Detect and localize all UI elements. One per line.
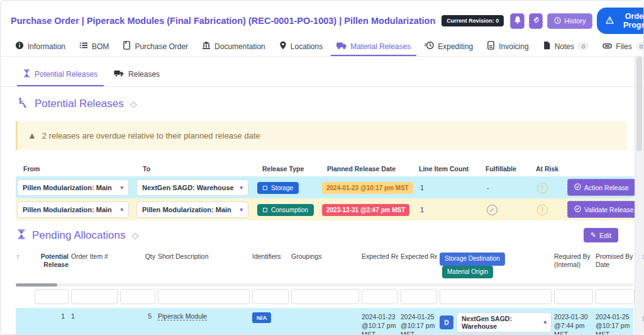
history-clock-icon bbox=[554, 17, 561, 25]
top-bar: Purchase Order | Piperack Modules (Final… bbox=[1, 1, 643, 38]
tab-files[interactable]: Files 0 bbox=[597, 38, 644, 56]
from-value: Pillen Modularization: Main bbox=[23, 206, 112, 213]
col-short-description[interactable]: Short Description bbox=[158, 253, 250, 261]
tab-purchase-order[interactable]: Purchase Order bbox=[117, 38, 194, 56]
warning-text: 2 releases are overdue relative to their… bbox=[42, 131, 260, 140]
order-item-value: 1 bbox=[71, 312, 118, 320]
main-tab-bar: Information BOM Purchase Order Documenta… bbox=[1, 38, 643, 57]
potential-release-row-2: Pillen Modularization: Main ▾ Pillen Mod… bbox=[16, 198, 633, 220]
short-description-link[interactable]: Piperack Module bbox=[158, 312, 207, 321]
tab-invoicing[interactable]: Invoicing bbox=[481, 38, 534, 56]
notifications-button[interactable] bbox=[510, 13, 524, 29]
hourglass-icon bbox=[23, 69, 30, 79]
filter-short-description[interactable] bbox=[158, 289, 250, 304]
tab-label: Information bbox=[28, 42, 65, 51]
current-revision-badge: Current Revision: 0 bbox=[441, 15, 504, 26]
from-value: Pillen Modularization: Main bbox=[23, 184, 112, 191]
diamond-help-icon[interactable]: ◇ bbox=[131, 230, 138, 241]
at-risk-icon: ! bbox=[537, 205, 548, 215]
chevron-down-icon: ▾ bbox=[240, 185, 243, 191]
storage-destination-header-badge: Storage Destination bbox=[440, 253, 505, 266]
pending-allocations-table: ↑ Potential Release Order Item # Qty Sho… bbox=[1, 247, 643, 335]
page-vertical-scrollbar[interactable] bbox=[635, 55, 643, 334]
from-select[interactable]: Pillen Modularization: Main ▾ bbox=[17, 179, 129, 196]
filter-expected-rel[interactable] bbox=[362, 289, 398, 304]
filter-potential-release[interactable] bbox=[35, 289, 69, 304]
col-identifiers[interactable]: Identifiers bbox=[252, 253, 289, 261]
planned-release-date-badge: 2024-01-23 @10:17 pm MST bbox=[322, 182, 413, 194]
history-button[interactable]: History bbox=[547, 13, 592, 29]
col-promised-by[interactable]: Promised By Date bbox=[596, 253, 635, 269]
edit-button-label: Edit bbox=[599, 232, 611, 239]
files-count-badge: 0 bbox=[636, 42, 644, 50]
tab-label: Expediting bbox=[438, 42, 473, 51]
tab-label: Purchase Order bbox=[135, 42, 188, 51]
attachments-button[interactable] bbox=[529, 13, 543, 29]
storage-icon bbox=[263, 186, 267, 190]
bell-icon bbox=[514, 16, 521, 26]
tab-label: Invoicing bbox=[499, 42, 528, 51]
col-required-by[interactable]: Required By (Internal) bbox=[554, 253, 593, 269]
pending-allocations-heading: Pending Allocations bbox=[32, 229, 125, 242]
identifiers-badge: N/A bbox=[252, 312, 271, 323]
filter-expected-rec[interactable] bbox=[401, 289, 437, 304]
map-pin-icon bbox=[279, 41, 287, 52]
overdue-warning-banner: ▲ 2 releases are overdue relative to the… bbox=[16, 121, 627, 150]
truck-icon bbox=[114, 69, 124, 79]
order-status-button[interactable]: Order In Progress ▾ bbox=[597, 8, 644, 34]
col-fulfillable: Fulfillable bbox=[478, 165, 528, 173]
tab-material-releases[interactable]: Material Releases bbox=[331, 38, 416, 56]
subtab-label: Releases bbox=[128, 70, 160, 79]
filter-qty[interactable] bbox=[120, 289, 155, 304]
diamond-help-icon[interactable]: ◇ bbox=[130, 99, 137, 109]
filter-storage-destination[interactable] bbox=[440, 289, 552, 304]
col-qty[interactable]: Qty bbox=[120, 253, 155, 261]
to-select[interactable]: NextGen SAGD: Warehouse ▾ bbox=[136, 179, 248, 196]
destination-select[interactable]: NextGen SAGD: Warehouse ▾ bbox=[457, 312, 552, 332]
tab-locations[interactable]: Locations bbox=[274, 38, 328, 56]
pencil-icon: ✎ bbox=[591, 231, 596, 239]
validate-release-label: Validate Release bbox=[584, 206, 634, 213]
from-select[interactable]: Pillen Modularization: Main ▾ bbox=[17, 202, 129, 218]
col-expected-rec[interactable]: Expected Rec bbox=[401, 253, 437, 261]
tab-expediting[interactable]: Expediting bbox=[419, 38, 479, 56]
filter-groupings[interactable] bbox=[291, 289, 359, 304]
validate-release-button[interactable]: Validate Release bbox=[567, 201, 641, 218]
tab-label: Documentation bbox=[214, 42, 265, 51]
potential-release-row-1: Pillen Modularization: Main ▾ NextGen SA… bbox=[16, 176, 633, 198]
page-title: Purchase Order | Piperack Modules (Final… bbox=[11, 16, 435, 26]
tab-notes[interactable]: Notes 0 bbox=[537, 38, 595, 56]
table-horizontal-scrollbar[interactable] bbox=[16, 283, 633, 287]
to-select[interactable]: Pillen Modularization: Main ▾ bbox=[136, 202, 248, 218]
filter-order-item[interactable] bbox=[71, 289, 118, 304]
action-release-button[interactable]: Action Release bbox=[567, 179, 636, 196]
col-potential-release[interactable]: Potential Release bbox=[35, 253, 69, 269]
paperclip-icon bbox=[602, 42, 612, 51]
purchase-order-page: Purchase Order | Piperack Modules (Final… bbox=[0, 0, 644, 335]
tab-label: Files bbox=[616, 42, 631, 51]
edit-button[interactable]: ✎ Edit bbox=[584, 228, 618, 242]
col-groupings[interactable]: Groupings bbox=[291, 253, 359, 261]
col-order-item[interactable]: Order Item # bbox=[71, 253, 118, 261]
warning-triangle-icon: ▲ bbox=[28, 130, 36, 140]
col-expected-rel[interactable]: Expected Rel bbox=[362, 253, 398, 261]
scrollbar-thumb[interactable] bbox=[16, 283, 57, 287]
material-origin-header-badge: Material Origin bbox=[442, 266, 493, 279]
order-status-label: Order In Progress bbox=[618, 12, 644, 30]
filter-identifiers[interactable] bbox=[252, 289, 289, 304]
scrollbar-thumb[interactable] bbox=[636, 57, 642, 151]
pending-allocations-header-row: ↑ Potential Release Order Item # Qty Sho… bbox=[16, 249, 633, 278]
tab-documentation[interactable]: Documentation bbox=[196, 38, 271, 56]
subtab-releases[interactable]: Releases bbox=[108, 65, 166, 86]
tab-bom[interactable]: BOM bbox=[74, 38, 114, 56]
note-icon bbox=[543, 41, 551, 52]
filter-required-by[interactable] bbox=[554, 289, 593, 304]
dolly-icon bbox=[17, 97, 28, 111]
check-circle-icon bbox=[574, 205, 581, 213]
subtab-potential-releases[interactable]: Potential Releases bbox=[17, 65, 104, 86]
sort-ascending-icon[interactable]: ↑ bbox=[16, 253, 19, 261]
line-item-count-value: 1 bbox=[411, 206, 478, 213]
tab-information[interactable]: Information bbox=[9, 38, 71, 56]
pending-allocations-section-head: Pending Allocations ◇ ✎ Edit bbox=[1, 220, 643, 247]
filter-promised-by[interactable] bbox=[596, 289, 635, 304]
